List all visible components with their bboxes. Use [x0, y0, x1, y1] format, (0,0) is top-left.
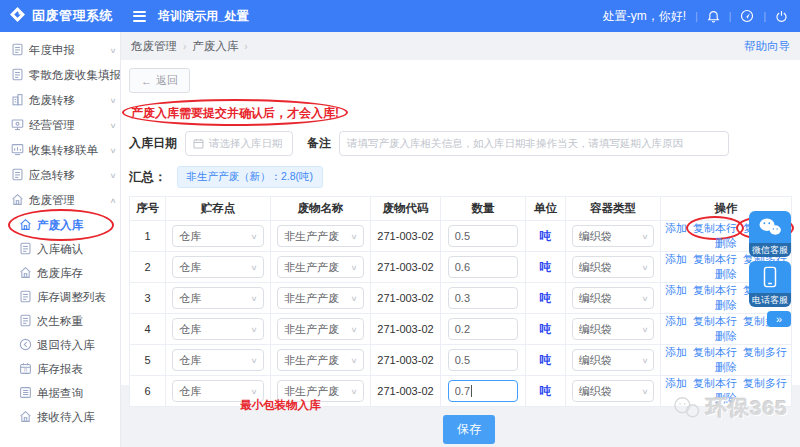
doc-icon — [19, 314, 32, 329]
date-placeholder: 请选择入库日期 — [209, 137, 283, 151]
sidebar-item-label: 次生称重 — [37, 314, 83, 329]
waste-code: 271-003-02 — [377, 261, 433, 273]
unit-label: 吨 — [540, 385, 552, 397]
sidebar-item-9[interactable]: 危废库存 — [0, 261, 120, 285]
delete-row-link[interactable]: 删除 — [715, 299, 737, 311]
sidebar-item-11[interactable]: 次生称重 — [0, 309, 120, 333]
sidebar-item-label: 危废管理 — [29, 193, 75, 208]
delete-row-link[interactable]: 删除 — [715, 330, 737, 342]
quantity-input[interactable]: 0.5 — [448, 349, 519, 371]
divider: | — [763, 11, 766, 22]
chevron-down-icon: ∨ — [250, 294, 257, 302]
home-icon — [19, 266, 32, 281]
sidebar-item-13[interactable]: 月库存报表 — [0, 357, 120, 381]
wechat-icon — [749, 211, 791, 243]
quantity-input[interactable]: 0.6 — [448, 256, 519, 278]
save-button[interactable]: 保存 — [443, 415, 495, 444]
chevron-down-icon: ∨ — [250, 387, 257, 395]
waste-code: 271-003-02 — [377, 292, 433, 304]
container-type-select[interactable]: 编织袋∨ — [572, 256, 655, 278]
sidebar-item-1[interactable]: 零散危废收集填报∨ — [0, 63, 120, 88]
waste-name-select[interactable]: 非生产产废∨ — [277, 256, 364, 278]
copy-multi-link[interactable]: 复制多行 — [743, 377, 787, 389]
sidebar-item-6[interactable]: 危废管理∧ — [0, 188, 120, 213]
selected-value: 仓库 — [179, 322, 201, 337]
copy-multi-link[interactable]: 复制多行 — [743, 346, 787, 358]
container-type-select[interactable]: 编织袋∨ — [572, 225, 655, 247]
menu-toggle-icon[interactable] — [133, 11, 146, 22]
copy-row-link[interactable]: 复制本行 — [693, 315, 737, 327]
note-input[interactable]: 请填写产废入库相关信息，如入库日期非操作当天，请填写延期入库原因 — [339, 131, 729, 156]
storage-select[interactable]: 仓库∨ — [172, 256, 264, 278]
waste-name-select[interactable]: 非生产产废∨ — [277, 349, 364, 371]
container-type-select[interactable]: 编织袋∨ — [572, 380, 655, 402]
chevron-icon: ∧ — [110, 196, 117, 204]
sidebar-item-5[interactable]: 应急转移∨ — [0, 163, 120, 188]
storage-select[interactable]: 仓库∨ — [172, 349, 264, 371]
chevron-icon: ∨ — [110, 96, 117, 104]
delete-row-link[interactable]: 删除 — [715, 361, 737, 373]
power-icon[interactable] — [775, 10, 788, 23]
storage-select[interactable]: 仓库∨ — [172, 318, 264, 340]
container-type-select[interactable]: 编织袋∨ — [572, 349, 655, 371]
bell-icon[interactable] — [707, 10, 720, 23]
waste-name-select[interactable]: 非生产产废∨ — [277, 318, 364, 340]
waste-name-select[interactable]: 非生产产废∨ — [277, 225, 364, 247]
phone-support-button[interactable]: 电话客服 — [749, 261, 791, 307]
sidebar-item-0[interactable]: 年度申报∨ — [0, 38, 120, 63]
sidebar-item-label: 库存报表 — [37, 362, 83, 377]
sidebar-item-4[interactable]: 收集转移联单∨ — [0, 138, 120, 163]
wechat-support-label: 微信客服 — [749, 243, 791, 257]
watermark: 环保365 — [672, 394, 788, 422]
quantity-input[interactable]: 0.3 — [448, 287, 519, 309]
container-type-select[interactable]: 编织袋∨ — [572, 318, 655, 340]
add-row-link[interactable]: 添加 — [665, 315, 687, 327]
entry-form-row: 入库日期 请选择入库日期 备注 请填写产废入库相关信息，如入库日期非操作当天，请… — [129, 131, 792, 156]
guide-icon[interactable] — [740, 9, 754, 23]
delete-row-link[interactable]: 删除 — [715, 237, 737, 249]
column-header: 容器类型 — [566, 197, 661, 221]
copy-row-link[interactable]: 复制本行 — [693, 222, 737, 234]
copy-row-link[interactable]: 复制本行 — [693, 346, 737, 358]
add-row-link[interactable]: 添加 — [665, 253, 687, 265]
chevron-down-icon: ∨ — [641, 232, 648, 240]
active-workspace-tab[interactable]: 培训演示用_处置 — [158, 8, 249, 25]
sidebar-item-14[interactable]: 单据查询 — [0, 381, 120, 405]
breadcrumb-item[interactable]: 产废入库 — [192, 39, 238, 54]
divider: | — [729, 11, 732, 22]
breadcrumb: 危废管理 › 产废入库 › 帮助向导 — [121, 32, 800, 60]
copy-row-link[interactable]: 复制本行 — [693, 253, 737, 265]
date-input[interactable]: 请选择入库日期 — [185, 131, 293, 156]
breadcrumb-item[interactable]: 危废管理 — [131, 39, 177, 54]
waste-name-select[interactable]: 非生产产废∨ — [277, 287, 364, 309]
copy-row-link[interactable]: 复制本行 — [693, 377, 737, 389]
storage-select[interactable]: 仓库∨ — [172, 287, 264, 309]
sidebar-item-label: 收集转移联单 — [29, 143, 98, 158]
add-row-link[interactable]: 添加 — [665, 284, 687, 296]
add-row-link[interactable]: 添加 — [665, 377, 687, 389]
waste-code: 271-003-02 — [377, 385, 433, 397]
quantity-input[interactable]: 0.2 — [448, 318, 519, 340]
collapse-widget-button[interactable]: » — [767, 311, 791, 327]
add-row-link[interactable]: 添加 — [665, 346, 687, 358]
selected-value: 非生产产废 — [284, 353, 339, 368]
help-guide-link[interactable]: 帮助向导 — [744, 39, 790, 54]
sidebar-item-10[interactable]: 库存调整列表 — [0, 285, 120, 309]
sidebar-item-7[interactable]: 产废入库 — [0, 213, 120, 237]
container-type-select[interactable]: 编织袋∨ — [572, 287, 655, 309]
table-row: 5仓库∨非生产产废∨271-003-020.5吨编织袋∨添加复制本行复制多行删除 — [130, 345, 792, 376]
add-row-link[interactable]: 添加 — [665, 222, 687, 234]
sidebar-item-3[interactable]: 经营管理∨ — [0, 113, 120, 138]
sidebar-item-15[interactable]: 接收待入库 — [0, 405, 120, 429]
wechat-support-button[interactable]: 微信客服 — [749, 211, 791, 257]
delete-row-link[interactable]: 删除 — [715, 268, 737, 280]
sidebar-item-2[interactable]: 危废转移∨ — [0, 88, 120, 113]
copy-row-link[interactable]: 复制本行 — [693, 284, 737, 296]
quantity-input[interactable]: 0.5 — [448, 225, 519, 247]
sidebar-item-12[interactable]: 退回待入库 — [0, 333, 120, 357]
back-button[interactable]: ← 返回 — [129, 68, 190, 93]
app-window: 固废管理系统 培训演示用_处置 处置-ym，你好! | | | 年度申报∨零散危… — [0, 0, 800, 447]
storage-select[interactable]: 仓库∨ — [172, 225, 264, 247]
sidebar-item-8[interactable]: 入库确认 — [0, 237, 120, 261]
quantity-input[interactable]: 0.7 — [448, 380, 519, 402]
